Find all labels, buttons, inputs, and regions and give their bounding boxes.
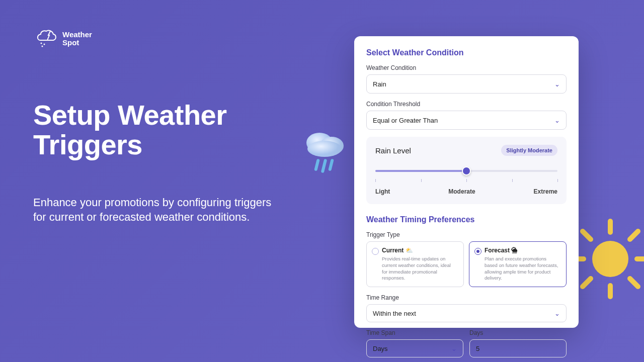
weather-spot-icon xyxy=(33,29,57,48)
condition-threshold-label: Condition Threshold xyxy=(366,101,567,108)
page-title: Setup WeatherTriggers xyxy=(33,101,271,160)
chevron-down-icon: ⌄ xyxy=(554,80,560,88)
radio-icon xyxy=(372,248,379,255)
rain-level-panel: Rain Level Slightly Moderate Light Moder… xyxy=(366,137,567,204)
svg-rect-7 xyxy=(321,159,328,173)
slider-label-light: Light xyxy=(375,188,390,195)
svg-point-1 xyxy=(44,44,45,45)
trigger-type-label: Trigger Type xyxy=(366,231,567,238)
hero: Setup WeatherTriggers Enhance your promo… xyxy=(33,101,271,225)
chevron-down-icon: ⌄ xyxy=(554,117,560,124)
rain-cloud-icon xyxy=(304,122,350,177)
chevron-down-icon: ⌄ xyxy=(451,345,457,352)
trigger-type-forecast[interactable]: Forecast 🌦 Plan and execute promotions b… xyxy=(469,241,567,287)
section-weather-condition: Select Weather Condition xyxy=(366,48,567,57)
radio-icon xyxy=(474,248,481,255)
rain-level-slider[interactable] xyxy=(375,165,557,177)
chevron-down-icon: ⌄ xyxy=(554,310,560,317)
days-label: Days xyxy=(469,329,567,336)
time-range-label: Time Range xyxy=(366,294,567,301)
section-timing: Weather Timing Preferences xyxy=(366,215,567,224)
svg-line-14 xyxy=(583,231,591,239)
svg-line-16 xyxy=(583,279,591,287)
svg-rect-8 xyxy=(328,159,334,171)
brand-name-2: Spot xyxy=(62,38,79,47)
weather-condition-select[interactable]: Rain ⌄ xyxy=(366,74,567,94)
condition-threshold-select[interactable]: Equal or Greater Than ⌄ xyxy=(366,111,567,130)
page-subtitle: Enhance your promotions by configuring t… xyxy=(33,195,271,225)
weather-condition-label: Weather Condition xyxy=(366,64,567,71)
svg-line-15 xyxy=(630,279,638,287)
sun-icon xyxy=(568,216,644,302)
rain-level-badge: Slightly Moderate xyxy=(501,145,557,156)
slider-label-moderate: Moderate xyxy=(448,188,475,195)
slider-label-extreme: Extreme xyxy=(534,188,557,195)
time-span-select[interactable]: Days ⌄ xyxy=(366,339,463,357)
svg-point-5 xyxy=(307,141,342,157)
rain-level-title: Rain Level xyxy=(375,146,411,155)
time-span-label: Time Span xyxy=(366,329,463,336)
days-input[interactable]: 5 xyxy=(469,339,567,357)
svg-point-0 xyxy=(41,43,42,44)
time-range-select[interactable]: Within the next ⌄ xyxy=(366,304,567,322)
svg-point-9 xyxy=(592,241,628,277)
trigger-type-current[interactable]: Current ⛅ Provides real-time updates on … xyxy=(366,241,464,287)
brand-name-1: Weather xyxy=(62,30,92,39)
brand-logo: WeatherSpot xyxy=(33,29,92,48)
config-card: Select Weather Condition Weather Conditi… xyxy=(354,36,579,328)
svg-line-17 xyxy=(630,231,638,239)
svg-point-2 xyxy=(42,46,43,47)
svg-rect-6 xyxy=(314,159,320,171)
